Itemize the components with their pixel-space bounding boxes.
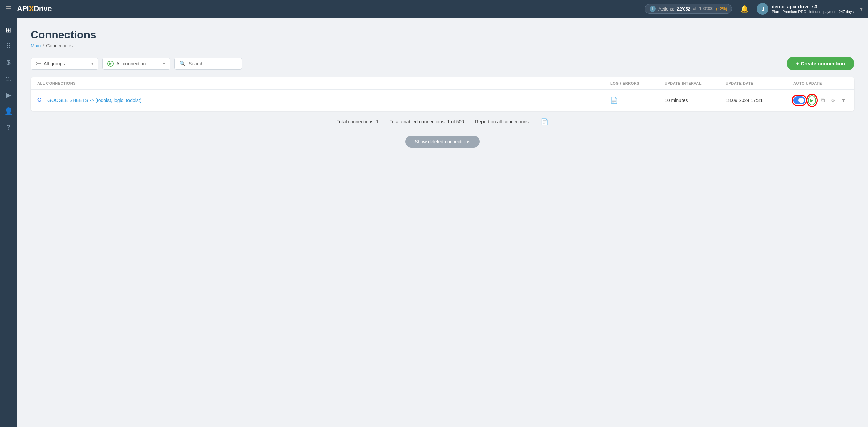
- header-auto-update: AUTO UPDATE: [793, 81, 848, 85]
- actions-total: 100'000: [699, 6, 713, 11]
- interval-cell: 10 minutes: [665, 98, 726, 103]
- navbar: ☰ APIXDrive i Actions: 22'052 of 100'000…: [0, 0, 868, 18]
- settings-button[interactable]: ⚙: [829, 95, 837, 105]
- breadcrumb: Main / Connections: [31, 43, 854, 48]
- user-info: demo_apix-drive_s3 Plan | Premium PRO | …: [772, 4, 854, 14]
- header-update-date: UPDATE DATE: [726, 81, 793, 85]
- table-row: G GOOGLE SHEETS -> (todoist, logic, todo…: [31, 90, 854, 111]
- content-area: Connections Main / Connections 🗁 All gro…: [17, 18, 868, 427]
- status-filter[interactable]: ▶ All connection ▾: [102, 58, 170, 70]
- sidebar-item-workspace[interactable]: 🗂: [2, 72, 15, 85]
- sidebar-item-integrations[interactable]: ⠿: [2, 39, 15, 53]
- logo-drive: Drive: [34, 4, 52, 13]
- total-enabled: Total enabled connections: 1 of 500: [390, 119, 464, 124]
- groups-filter[interactable]: 🗁 All groups ▾: [31, 58, 98, 70]
- stats-row: Total connections: 1 Total enabled conne…: [31, 111, 854, 132]
- table-header: ALL CONNECTIONS LOG / ERRORS UPDATE INTE…: [31, 77, 854, 90]
- actions-badge[interactable]: i Actions: 22'052 of 100'000 (22%): [645, 4, 732, 14]
- logo-api: API: [17, 4, 29, 13]
- action-icons-cell: ▶ ⧉ ⚙ 🗑: [793, 95, 848, 105]
- actions-label: Actions:: [658, 6, 674, 12]
- info-icon: i: [650, 6, 656, 12]
- groups-chevron-icon: ▾: [91, 61, 93, 66]
- sidebar-item-dashboard[interactable]: ⊞: [2, 23, 15, 37]
- log-cell: 📄: [610, 97, 665, 104]
- show-deleted-wrap: Show deleted connections: [31, 132, 854, 158]
- breadcrumb-current: Connections: [46, 43, 73, 48]
- search-icon: 🔍: [179, 61, 186, 67]
- create-connection-button[interactable]: + Create connection: [787, 57, 854, 70]
- report-label: Report on all connections:: [475, 119, 530, 124]
- sidebar-item-help[interactable]: ?: [2, 121, 15, 134]
- sidebar: ⊞ ⠿ $ 🗂 ▶ 👤 ?: [0, 18, 17, 427]
- report-icon[interactable]: 📄: [541, 118, 548, 125]
- header-all-connections: ALL CONNECTIONS: [37, 81, 610, 85]
- folder-icon: 🗁: [36, 61, 41, 67]
- user-name: demo_apix-drive_s3: [772, 4, 854, 9]
- date-cell: 18.09.2024 17:31: [726, 98, 793, 103]
- page-title: Connections: [31, 28, 854, 41]
- search-box[interactable]: 🔍: [174, 58, 242, 70]
- delete-button[interactable]: 🗑: [840, 95, 848, 105]
- notifications-button[interactable]: 🔔: [737, 3, 751, 14]
- header-log-errors: LOG / ERRORS: [610, 81, 665, 85]
- sidebar-item-video[interactable]: ▶: [2, 88, 15, 102]
- search-input[interactable]: [189, 61, 236, 66]
- show-deleted-button[interactable]: Show deleted connections: [405, 136, 479, 148]
- connection-name-cell: G GOOGLE SHEETS -> (todoist, logic, todo…: [37, 97, 610, 104]
- sidebar-item-billing[interactable]: $: [2, 56, 15, 69]
- avatar: d: [757, 3, 768, 15]
- log-icon[interactable]: 📄: [610, 97, 618, 104]
- toolbar: 🗁 All groups ▾ ▶ All connection ▾ 🔍 + Cr…: [31, 57, 854, 70]
- dropdown-arrow-icon: ▾: [860, 6, 863, 12]
- actions-used: 22'052: [677, 6, 690, 12]
- header-update-interval: UPDATE INTERVAL: [665, 81, 726, 85]
- main-layout: ⊞ ⠿ $ 🗂 ▶ 👤 ? Connections Main / Connect…: [0, 18, 868, 427]
- status-chevron-icon: ▾: [163, 61, 165, 66]
- logo-x: X: [29, 4, 34, 13]
- status-filter-label: All connection: [116, 61, 146, 66]
- sidebar-item-account[interactable]: 👤: [2, 104, 15, 118]
- logo-text: APIXDrive: [17, 4, 52, 13]
- actions-pct: (22%): [716, 6, 727, 11]
- play-circle-icon: ▶: [107, 61, 114, 67]
- hamburger-icon[interactable]: ☰: [5, 5, 12, 13]
- connection-link[interactable]: GOOGLE SHEETS -> (todoist, logic, todois…: [47, 98, 141, 103]
- google-icon: G: [37, 97, 44, 104]
- user-plan: Plan | Premium PRO | left until payment …: [772, 9, 854, 14]
- breadcrumb-main[interactable]: Main: [31, 43, 41, 48]
- connections-table: ALL CONNECTIONS LOG / ERRORS UPDATE INTE…: [31, 77, 854, 111]
- breadcrumb-separator: /: [43, 43, 44, 48]
- logo: APIXDrive: [17, 4, 52, 13]
- run-button[interactable]: ▶: [808, 95, 816, 105]
- auto-update-toggle[interactable]: [793, 96, 805, 104]
- actions-of: of: [693, 6, 696, 11]
- total-connections: Total connections: 1: [337, 119, 379, 124]
- groups-filter-label: All groups: [44, 61, 65, 66]
- user-section[interactable]: d demo_apix-drive_s3 Plan | Premium PRO …: [757, 3, 863, 15]
- copy-button[interactable]: ⧉: [819, 95, 827, 105]
